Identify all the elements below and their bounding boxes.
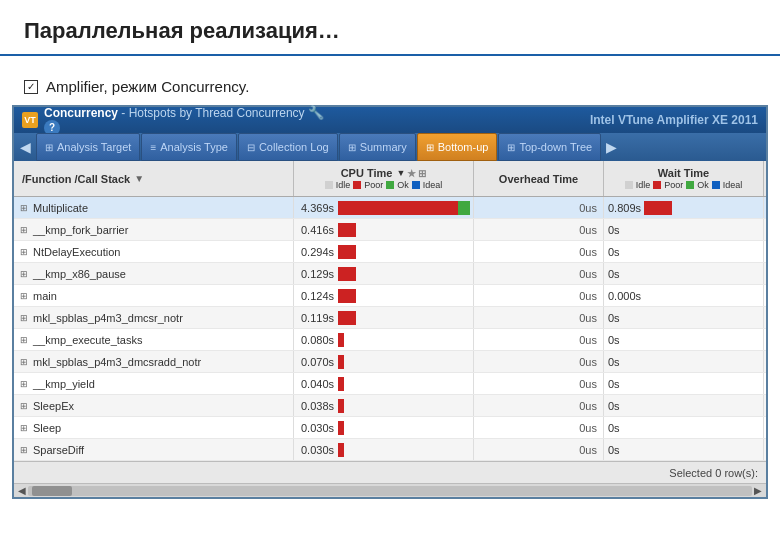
star-icon: ★ — [407, 168, 416, 179]
cpu-cell: 0.119s — [294, 307, 474, 328]
idle-dot — [325, 181, 333, 189]
wait-time-value: 0.809s — [608, 202, 641, 214]
time-value: 0.030s — [298, 444, 336, 456]
expand-icon: ⊞ — [20, 357, 28, 367]
cpu-bar — [338, 443, 469, 457]
expand-icon: ⊞ — [20, 423, 28, 433]
func-name: __kmp_fork_barrier — [33, 224, 128, 236]
func-name: Multiplicate — [33, 202, 88, 214]
wait-cell: 0s — [604, 395, 764, 416]
scroll-right-arrow[interactable]: ▶ — [752, 485, 764, 496]
vtune-toolbar: ◀ ⊞ Analysis Target ≡ Analysis Type ⊟ Co… — [14, 133, 766, 161]
table-row[interactable]: ⊞main0.124s0us0.000s — [14, 285, 766, 307]
subtitle-text: Amplifier, режим Concurrency. — [46, 78, 249, 95]
tab-analysis-target[interactable]: ⊞ Analysis Target — [36, 133, 140, 161]
tab-label-3: Collection Log — [259, 141, 329, 153]
tab-collection-log[interactable]: ⊟ Collection Log — [238, 133, 338, 161]
time-value: 0.294s — [298, 246, 336, 258]
bar-segment-red — [338, 289, 356, 303]
table-row[interactable]: ⊞Multiplicate4.369s0us0.809s — [14, 197, 766, 219]
overhead-cell: 0us — [474, 307, 604, 328]
tab-icon-1: ⊞ — [45, 142, 53, 153]
scroll-left-arrow[interactable]: ◀ — [16, 485, 28, 496]
table-row[interactable]: ⊞mkl_spblas_p4m3_dmcsr_notr0.119s0us0s — [14, 307, 766, 329]
wait-legend-row: Idle Poor Ok Ideal — [625, 180, 743, 190]
subtitle-block: ✓ Amplifier, режим Concurrency. — [0, 70, 780, 105]
tab-label-4: Summary — [360, 141, 407, 153]
tab-icon-4: ⊞ — [348, 142, 356, 153]
func-cell[interactable]: ⊞Sleep — [14, 417, 294, 438]
page-title: Параллельная реализация… — [24, 18, 340, 43]
tab-summary[interactable]: ⊞ Summary — [339, 133, 416, 161]
overhead-cell: 0us — [474, 373, 604, 394]
wait-idle-label: Idle — [636, 180, 651, 190]
func-name: SleepEx — [33, 400, 74, 412]
table-row[interactable]: ⊞mkl_spblas_p4m3_dmcsradd_notr0.070s0us0… — [14, 351, 766, 373]
nav-arrow-right[interactable]: ▶ — [602, 133, 621, 161]
wait-poor-dot — [653, 181, 661, 189]
table-row[interactable]: ⊞SparseDiff0.030s0us0s — [14, 439, 766, 461]
ok-dot — [386, 181, 394, 189]
func-cell[interactable]: ⊞main — [14, 285, 294, 306]
func-cell[interactable]: ⊞__kmp_yield — [14, 373, 294, 394]
func-cell[interactable]: ⊞SleepEx — [14, 395, 294, 416]
wait-cell: 0s — [604, 307, 764, 328]
func-name: mkl_spblas_p4m3_dmcsradd_notr — [33, 356, 201, 368]
func-cell[interactable]: ⊞__kmp_execute_tasks — [14, 329, 294, 350]
func-cell[interactable]: ⊞Multiplicate — [14, 197, 294, 218]
func-cell[interactable]: ⊞mkl_spblas_p4m3_dmcsradd_notr — [14, 351, 294, 372]
bar-segment-red — [338, 333, 344, 347]
col-func-label: /Function /Call Stack — [22, 173, 130, 185]
time-value: 0.129s — [298, 268, 336, 280]
table-row[interactable]: ⊞__kmp_fork_barrier0.416s0us0s — [14, 219, 766, 241]
cpu-cell: 0.030s — [294, 439, 474, 460]
branding-text: Intel VTune Amplifier XE 2011 — [590, 113, 758, 127]
expand-icon: ⊞ — [20, 269, 28, 279]
cpu-bar — [338, 223, 469, 237]
col-func-dropdown[interactable]: ▼ — [134, 173, 144, 184]
nav-arrow-left[interactable]: ◀ — [16, 133, 35, 161]
bar-segment-red — [338, 267, 356, 281]
subtitle-row: ✓ Amplifier, режим Concurrency. — [24, 78, 756, 95]
time-value: 0.416s — [298, 224, 336, 236]
tab-label-6: Top-down Tree — [519, 141, 592, 153]
tab-analysis-type[interactable]: ≡ Analysis Type — [141, 133, 237, 161]
scrollbar-horizontal[interactable]: ◀ ▶ — [14, 483, 766, 497]
time-value: 0.080s — [298, 334, 336, 346]
expand-icon: ⊞ — [20, 379, 28, 389]
tab-bottom-up[interactable]: ⊞ Bottom-up — [417, 133, 498, 161]
scrollbar-track[interactable] — [28, 486, 752, 496]
wrench-icon: 🔧 — [308, 105, 324, 120]
scrollbar-thumb[interactable] — [32, 486, 72, 496]
table-row[interactable]: ⊞Sleep0.030s0us0s — [14, 417, 766, 439]
tab-top-down-tree[interactable]: ⊞ Top-down Tree — [498, 133, 601, 161]
bar-segment-red — [338, 377, 344, 391]
cpu-bar — [338, 267, 469, 281]
func-cell[interactable]: ⊞mkl_spblas_p4m3_dmcsr_notr — [14, 307, 294, 328]
time-value: 0.124s — [298, 290, 336, 302]
poor-dot — [353, 181, 361, 189]
table-row[interactable]: ⊞__kmp_yield0.040s0us0s — [14, 373, 766, 395]
func-cell[interactable]: ⊞SparseDiff — [14, 439, 294, 460]
tab-label-1: Analysis Target — [57, 141, 131, 153]
cpu-cell: 0.124s — [294, 285, 474, 306]
bar-segment-red — [338, 245, 356, 259]
func-name: __kmp_execute_tasks — [33, 334, 142, 346]
table-row[interactable]: ⊞NtDelayExecution0.294s0us0s — [14, 241, 766, 263]
table-row[interactable]: ⊞SleepEx0.038s0us0s — [14, 395, 766, 417]
bar-segment-red — [338, 311, 356, 325]
wait-cell: 0s — [604, 329, 764, 350]
table-row[interactable]: ⊞__kmp_x86_pause0.129s0us0s — [14, 263, 766, 285]
tab-icon-2: ≡ — [150, 142, 156, 153]
table-row[interactable]: ⊞__kmp_execute_tasks0.080s0us0s — [14, 329, 766, 351]
func-cell[interactable]: ⊞NtDelayExecution — [14, 241, 294, 262]
overhead-cell: 0us — [474, 395, 604, 416]
cpu-bar — [338, 289, 469, 303]
func-name: NtDelayExecution — [33, 246, 120, 258]
cpu-bar — [338, 399, 469, 413]
func-cell[interactable]: ⊞__kmp_x86_pause — [14, 263, 294, 284]
wait-cell: 0s — [604, 263, 764, 284]
func-cell[interactable]: ⊞__kmp_fork_barrier — [14, 219, 294, 240]
tab-icon-6: ⊞ — [507, 142, 515, 153]
cpu-bar — [338, 421, 469, 435]
